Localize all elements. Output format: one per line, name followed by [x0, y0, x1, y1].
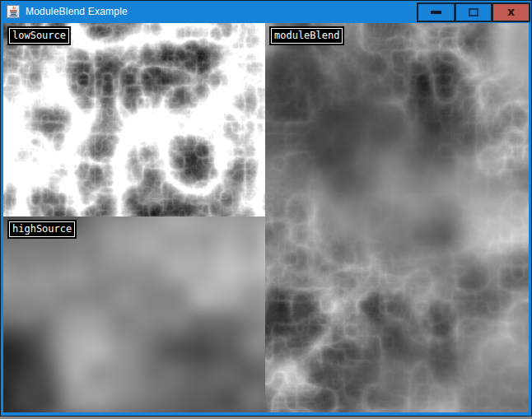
titlebar[interactable]: ModuleBlend Example x: [1, 1, 531, 23]
close-x-icon: x: [507, 6, 515, 17]
highsource-texture-canvas: [3, 216, 265, 412]
moduleblend-texture-canvas: [265, 23, 529, 412]
maximize-button[interactable]: [455, 2, 492, 22]
lowsource-label: lowSource: [9, 28, 69, 44]
window-title: ModuleBlend Example: [26, 1, 128, 23]
minimize-dash-icon: [431, 11, 441, 14]
app-window: ModuleBlend Example x lowSource moduleBl…: [0, 0, 532, 417]
window-controls: x: [417, 2, 530, 22]
client-area: lowSource moduleBlend highSource: [1, 23, 531, 416]
lowsource-panel: lowSource: [3, 23, 265, 216]
highsource-label: highSource: [9, 221, 75, 237]
minimize-button[interactable]: [417, 2, 455, 22]
highsource-panel: highSource: [3, 216, 265, 412]
moduleblend-panel: moduleBlend: [265, 23, 529, 412]
moduleblend-label: moduleBlend: [271, 28, 343, 44]
lowsource-texture-canvas: [3, 23, 265, 216]
java-coffee-cup-icon[interactable]: [7, 5, 21, 19]
maximize-square-icon: [469, 8, 478, 16]
close-button[interactable]: x: [492, 2, 530, 22]
